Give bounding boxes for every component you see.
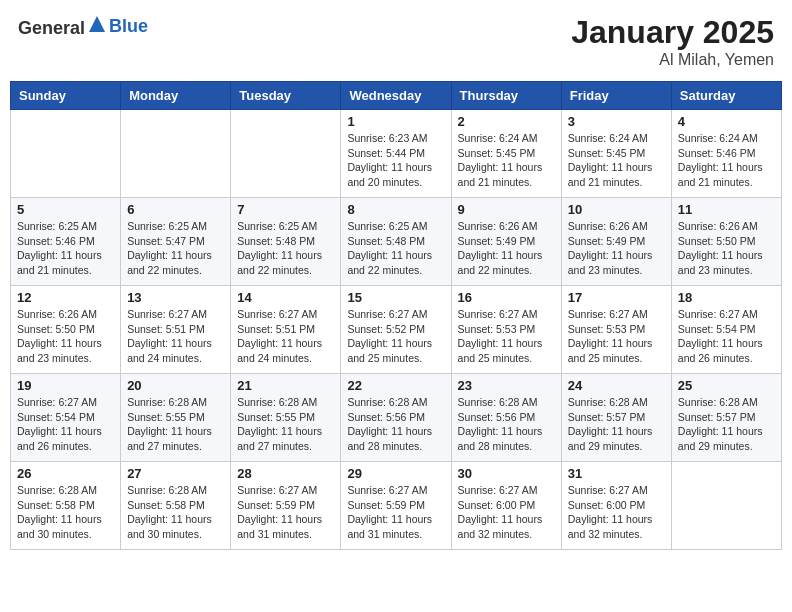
calendar-cell: 5Sunrise: 6:25 AM Sunset: 5:46 PM Daylig… xyxy=(11,198,121,286)
day-detail: Sunrise: 6:26 AM Sunset: 5:50 PM Dayligh… xyxy=(678,219,775,278)
day-detail: Sunrise: 6:25 AM Sunset: 5:47 PM Dayligh… xyxy=(127,219,224,278)
day-number: 29 xyxy=(347,466,444,481)
day-detail: Sunrise: 6:24 AM Sunset: 5:46 PM Dayligh… xyxy=(678,131,775,190)
day-number: 22 xyxy=(347,378,444,393)
day-detail: Sunrise: 6:25 AM Sunset: 5:48 PM Dayligh… xyxy=(347,219,444,278)
day-number: 6 xyxy=(127,202,224,217)
logo-general: General xyxy=(18,18,85,38)
logo: General Blue xyxy=(18,14,148,39)
day-number: 21 xyxy=(237,378,334,393)
calendar-header-sunday: Sunday xyxy=(11,82,121,110)
calendar-cell: 30Sunrise: 6:27 AM Sunset: 6:00 PM Dayli… xyxy=(451,462,561,550)
day-number: 8 xyxy=(347,202,444,217)
day-number: 11 xyxy=(678,202,775,217)
day-number: 30 xyxy=(458,466,555,481)
day-number: 7 xyxy=(237,202,334,217)
day-number: 23 xyxy=(458,378,555,393)
day-detail: Sunrise: 6:26 AM Sunset: 5:50 PM Dayligh… xyxy=(17,307,114,366)
day-detail: Sunrise: 6:28 AM Sunset: 5:55 PM Dayligh… xyxy=(127,395,224,454)
calendar-cell: 8Sunrise: 6:25 AM Sunset: 5:48 PM Daylig… xyxy=(341,198,451,286)
day-detail: Sunrise: 6:25 AM Sunset: 5:48 PM Dayligh… xyxy=(237,219,334,278)
calendar-cell xyxy=(121,110,231,198)
day-number: 27 xyxy=(127,466,224,481)
calendar-cell: 2Sunrise: 6:24 AM Sunset: 5:45 PM Daylig… xyxy=(451,110,561,198)
day-detail: Sunrise: 6:27 AM Sunset: 5:51 PM Dayligh… xyxy=(237,307,334,366)
calendar-cell: 7Sunrise: 6:25 AM Sunset: 5:48 PM Daylig… xyxy=(231,198,341,286)
calendar-cell: 27Sunrise: 6:28 AM Sunset: 5:58 PM Dayli… xyxy=(121,462,231,550)
calendar-header-row: SundayMondayTuesdayWednesdayThursdayFrid… xyxy=(11,82,782,110)
day-number: 26 xyxy=(17,466,114,481)
calendar-week-row: 19Sunrise: 6:27 AM Sunset: 5:54 PM Dayli… xyxy=(11,374,782,462)
logo-blue: Blue xyxy=(109,16,148,36)
day-number: 3 xyxy=(568,114,665,129)
calendar-cell: 29Sunrise: 6:27 AM Sunset: 5:59 PM Dayli… xyxy=(341,462,451,550)
day-detail: Sunrise: 6:27 AM Sunset: 5:53 PM Dayligh… xyxy=(458,307,555,366)
day-detail: Sunrise: 6:27 AM Sunset: 6:00 PM Dayligh… xyxy=(458,483,555,542)
calendar-cell: 23Sunrise: 6:28 AM Sunset: 5:56 PM Dayli… xyxy=(451,374,561,462)
day-number: 18 xyxy=(678,290,775,305)
calendar-header-friday: Friday xyxy=(561,82,671,110)
day-number: 24 xyxy=(568,378,665,393)
day-number: 13 xyxy=(127,290,224,305)
day-detail: Sunrise: 6:27 AM Sunset: 5:54 PM Dayligh… xyxy=(678,307,775,366)
calendar-cell: 14Sunrise: 6:27 AM Sunset: 5:51 PM Dayli… xyxy=(231,286,341,374)
day-detail: Sunrise: 6:28 AM Sunset: 5:55 PM Dayligh… xyxy=(237,395,334,454)
day-detail: Sunrise: 6:28 AM Sunset: 5:58 PM Dayligh… xyxy=(127,483,224,542)
calendar-cell: 18Sunrise: 6:27 AM Sunset: 5:54 PM Dayli… xyxy=(671,286,781,374)
page-header: General Blue January 2025 Al Milah, Yeme… xyxy=(10,10,782,73)
day-number: 15 xyxy=(347,290,444,305)
calendar-week-row: 5Sunrise: 6:25 AM Sunset: 5:46 PM Daylig… xyxy=(11,198,782,286)
day-number: 28 xyxy=(237,466,334,481)
calendar-header-thursday: Thursday xyxy=(451,82,561,110)
calendar-cell: 25Sunrise: 6:28 AM Sunset: 5:57 PM Dayli… xyxy=(671,374,781,462)
calendar-cell: 31Sunrise: 6:27 AM Sunset: 6:00 PM Dayli… xyxy=(561,462,671,550)
day-number: 9 xyxy=(458,202,555,217)
calendar-cell xyxy=(671,462,781,550)
calendar-cell xyxy=(11,110,121,198)
calendar-cell: 1Sunrise: 6:23 AM Sunset: 5:44 PM Daylig… xyxy=(341,110,451,198)
location-title: Al Milah, Yemen xyxy=(571,51,774,69)
calendar-header-monday: Monday xyxy=(121,82,231,110)
calendar-cell: 9Sunrise: 6:26 AM Sunset: 5:49 PM Daylig… xyxy=(451,198,561,286)
day-detail: Sunrise: 6:28 AM Sunset: 5:56 PM Dayligh… xyxy=(458,395,555,454)
day-detail: Sunrise: 6:27 AM Sunset: 5:59 PM Dayligh… xyxy=(237,483,334,542)
day-number: 5 xyxy=(17,202,114,217)
day-number: 12 xyxy=(17,290,114,305)
calendar-cell: 20Sunrise: 6:28 AM Sunset: 5:55 PM Dayli… xyxy=(121,374,231,462)
calendar-cell: 21Sunrise: 6:28 AM Sunset: 5:55 PM Dayli… xyxy=(231,374,341,462)
calendar-cell: 4Sunrise: 6:24 AM Sunset: 5:46 PM Daylig… xyxy=(671,110,781,198)
day-detail: Sunrise: 6:24 AM Sunset: 5:45 PM Dayligh… xyxy=(458,131,555,190)
calendar-week-row: 26Sunrise: 6:28 AM Sunset: 5:58 PM Dayli… xyxy=(11,462,782,550)
day-detail: Sunrise: 6:28 AM Sunset: 5:57 PM Dayligh… xyxy=(678,395,775,454)
calendar-header-saturday: Saturday xyxy=(671,82,781,110)
calendar-cell: 28Sunrise: 6:27 AM Sunset: 5:59 PM Dayli… xyxy=(231,462,341,550)
calendar-cell: 11Sunrise: 6:26 AM Sunset: 5:50 PM Dayli… xyxy=(671,198,781,286)
calendar-cell: 15Sunrise: 6:27 AM Sunset: 5:52 PM Dayli… xyxy=(341,286,451,374)
calendar-week-row: 1Sunrise: 6:23 AM Sunset: 5:44 PM Daylig… xyxy=(11,110,782,198)
day-number: 25 xyxy=(678,378,775,393)
day-detail: Sunrise: 6:28 AM Sunset: 5:57 PM Dayligh… xyxy=(568,395,665,454)
day-detail: Sunrise: 6:27 AM Sunset: 5:52 PM Dayligh… xyxy=(347,307,444,366)
calendar-table: SundayMondayTuesdayWednesdayThursdayFrid… xyxy=(10,81,782,550)
calendar-cell: 3Sunrise: 6:24 AM Sunset: 5:45 PM Daylig… xyxy=(561,110,671,198)
calendar-header-tuesday: Tuesday xyxy=(231,82,341,110)
logo-icon xyxy=(87,14,107,34)
day-detail: Sunrise: 6:27 AM Sunset: 5:53 PM Dayligh… xyxy=(568,307,665,366)
calendar-cell: 6Sunrise: 6:25 AM Sunset: 5:47 PM Daylig… xyxy=(121,198,231,286)
day-detail: Sunrise: 6:23 AM Sunset: 5:44 PM Dayligh… xyxy=(347,131,444,190)
day-detail: Sunrise: 6:26 AM Sunset: 5:49 PM Dayligh… xyxy=(458,219,555,278)
day-detail: Sunrise: 6:28 AM Sunset: 5:56 PM Dayligh… xyxy=(347,395,444,454)
day-detail: Sunrise: 6:28 AM Sunset: 5:58 PM Dayligh… xyxy=(17,483,114,542)
month-title: January 2025 xyxy=(571,14,774,51)
calendar-header-wednesday: Wednesday xyxy=(341,82,451,110)
day-detail: Sunrise: 6:27 AM Sunset: 5:51 PM Dayligh… xyxy=(127,307,224,366)
calendar-cell: 12Sunrise: 6:26 AM Sunset: 5:50 PM Dayli… xyxy=(11,286,121,374)
day-number: 14 xyxy=(237,290,334,305)
calendar-cell: 22Sunrise: 6:28 AM Sunset: 5:56 PM Dayli… xyxy=(341,374,451,462)
calendar-cell: 19Sunrise: 6:27 AM Sunset: 5:54 PM Dayli… xyxy=(11,374,121,462)
day-detail: Sunrise: 6:27 AM Sunset: 5:54 PM Dayligh… xyxy=(17,395,114,454)
calendar-week-row: 12Sunrise: 6:26 AM Sunset: 5:50 PM Dayli… xyxy=(11,286,782,374)
day-detail: Sunrise: 6:25 AM Sunset: 5:46 PM Dayligh… xyxy=(17,219,114,278)
calendar-cell: 17Sunrise: 6:27 AM Sunset: 5:53 PM Dayli… xyxy=(561,286,671,374)
day-number: 4 xyxy=(678,114,775,129)
